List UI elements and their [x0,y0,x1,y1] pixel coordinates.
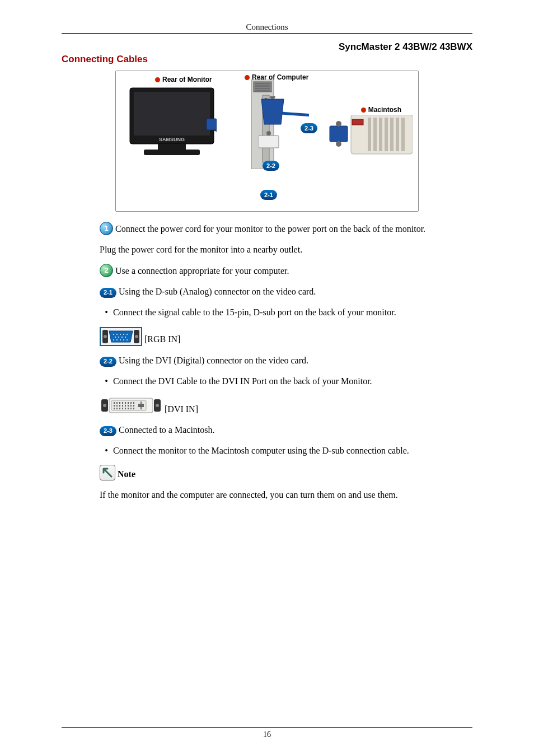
svg-rect-58 [116,402,118,404]
callout-2-1: 2-1 [260,190,277,200]
callout-2-3: 2-3 [301,123,317,133]
svg-point-18 [270,96,275,99]
svg-rect-74 [116,408,118,409]
step-2-3-line: 2-3 Connected to a Macintosh. [100,423,472,436]
svg-rect-1 [134,92,210,136]
label-text: Macintosh [368,106,401,114]
label-text: Rear of Monitor [162,76,212,83]
bullet-icon [361,108,366,113]
svg-rect-61 [125,402,126,404]
connection-diagram: Rear of Monitor Rear of Computer Macinto… [115,71,419,212]
note-body: If the monitor and the computer are conn… [100,488,472,501]
callout-2-2: 2-2 [263,161,279,171]
note-heading: Note [100,465,472,480]
section-title: Connecting Cables [62,54,472,65]
badge-1-icon: 1 [100,222,113,235]
svg-rect-28 [401,118,405,151]
svg-point-43 [118,337,119,338]
svg-rect-59 [119,402,120,404]
svg-rect-5 [207,119,217,130]
svg-point-50 [127,339,128,340]
svg-rect-26 [390,118,394,151]
svg-rect-78 [128,408,129,409]
page-footer: 16 [0,727,534,739]
svg-rect-82 [140,402,142,409]
dvi-port-label: [DVI IN] [165,403,198,416]
svg-point-53 [103,404,106,407]
svg-point-36 [135,335,138,338]
step-2-line: 2 Use a connection appropriate for your … [100,264,472,277]
svg-rect-57 [114,402,115,404]
svg-rect-76 [122,408,123,409]
dvi-port-line: [DVI IN] [100,395,472,416]
svg-point-47 [116,339,118,340]
rgb-port-line: [RGB IN] [100,327,472,346]
badge-2-3-icon: 2-3 [100,426,116,436]
svg-rect-67 [119,405,120,407]
svg-point-38 [116,334,118,335]
step-2-1-line: 2-1 Using the D-sub (Analog) connector o… [100,285,472,298]
bullet-icon [155,77,160,82]
svg-rect-29 [352,119,363,125]
svg-rect-77 [125,408,126,409]
svg-rect-27 [396,118,399,151]
badge-2-icon: 2 [100,264,113,277]
page-number: 16 [263,730,271,739]
svg-point-32 [336,141,341,147]
svg-rect-73 [114,408,115,409]
svg-rect-19 [259,136,279,148]
svg-rect-25 [385,118,388,151]
label-rear-monitor: Rear of Monitor [155,76,212,83]
step-2-1-bullet: Connect the signal cable to the 15-pin, … [100,306,472,319]
svg-point-37 [113,334,114,335]
step-1-line: 1 Connect the power cord for your monito… [100,222,472,235]
dvi-port-icon [100,395,162,416]
svg-text:SAMSUNG: SAMSUNG [159,137,185,142]
svg-rect-79 [130,408,132,409]
svg-rect-80 [133,408,134,409]
svg-point-45 [125,337,126,338]
rgb-port-icon [100,327,142,346]
svg-point-20 [266,131,271,136]
svg-point-40 [123,334,124,335]
svg-rect-22 [368,118,371,151]
step-2-2-line: 2-2 Using the DVI (Digital) connector on… [100,354,472,367]
svg-rect-3 [158,144,186,150]
badge-2-2-icon: 2-2 [100,357,116,367]
svg-point-54 [156,404,159,407]
svg-rect-63 [130,402,132,404]
badge-2-1-icon: 2-1 [100,288,116,298]
svg-rect-60 [122,402,123,404]
svg-rect-23 [373,118,377,151]
step-2-1-text: Using the D-sub (Analog) connector on th… [119,285,316,298]
svg-point-49 [123,339,124,340]
svg-rect-24 [379,118,382,151]
svg-rect-64 [133,402,134,404]
svg-rect-4 [144,150,200,155]
svg-rect-65 [114,405,115,407]
rgb-port-label: [RGB IN] [144,333,180,346]
svg-rect-68 [122,405,123,407]
footer-rule [62,727,472,728]
macintosh-icon [329,115,413,165]
svg-point-44 [121,337,123,338]
svg-rect-69 [125,405,126,407]
step-1-text: Connect the power cord for your monitor … [115,222,425,235]
svg-rect-62 [128,402,129,404]
svg-rect-30 [330,126,348,142]
svg-point-46 [113,339,114,340]
svg-rect-71 [130,405,132,407]
step-2-2-text: Using the DVI (Digital) connector on the… [119,354,308,367]
step-2-3-text: Connected to a Macintosh. [119,423,215,436]
step-1b-text: Plug the power cord for the monitor into… [100,243,472,256]
svg-rect-66 [116,405,118,407]
label-macintosh: Macintosh [361,106,401,114]
svg-point-31 [336,121,341,127]
svg-rect-75 [119,408,120,409]
note-icon [100,465,115,480]
svg-point-35 [104,335,107,338]
step-2-3-bullet: Connect the monitor to the Macintosh com… [100,444,472,457]
svg-point-48 [120,339,121,340]
svg-rect-72 [133,405,134,407]
note-label: Note [118,468,135,480]
